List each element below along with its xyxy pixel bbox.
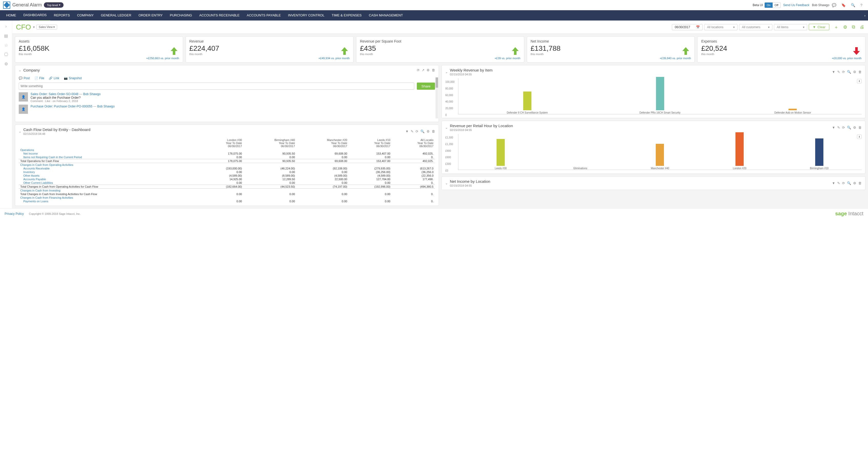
refresh-icon[interactable]: ⟳ bbox=[842, 70, 845, 74]
kpi-card[interactable]: Revenue £224,407 this month +£49,934 vs.… bbox=[186, 36, 354, 63]
export-icon[interactable]: ⬇ bbox=[857, 134, 862, 139]
bar[interactable] bbox=[656, 77, 664, 110]
tab-link[interactable]: 🔗 Link bbox=[49, 76, 59, 80]
trash-icon[interactable]: 🗑 bbox=[432, 129, 435, 133]
clear-button[interactable]: ▼Clear bbox=[809, 24, 829, 30]
nav-purchasing[interactable]: PURCHASING bbox=[166, 10, 196, 21]
popout-icon[interactable]: ↗ bbox=[422, 68, 425, 72]
funnel-icon[interactable]: ▼ bbox=[832, 126, 835, 129]
tab-post[interactable]: 💬 Post bbox=[19, 76, 30, 80]
nav-time-expenses[interactable]: TIME & EXPENSES bbox=[328, 10, 365, 21]
view-selector[interactable]: Sales View ▾ bbox=[36, 25, 57, 30]
funnel-icon[interactable]: ▼ bbox=[832, 181, 835, 185]
feed-author[interactable]: Bob Shawgo bbox=[97, 104, 115, 108]
collapse-icon[interactable]: ⌄ bbox=[19, 130, 21, 133]
collapse-icon[interactable]: ⌄ bbox=[445, 126, 448, 129]
edit-icon[interactable]: ✎ bbox=[837, 181, 840, 185]
card-timestamp: 02/15/2018 04:55 bbox=[450, 73, 492, 76]
customer-filter[interactable]: All customers▾ bbox=[739, 24, 772, 30]
gear-icon[interactable]: ⚙ bbox=[427, 129, 430, 133]
duplicate-icon[interactable]: ⧉ bbox=[852, 24, 855, 30]
refresh-icon[interactable]: ⟳ bbox=[415, 129, 418, 133]
search-icon[interactable]: 🔍 bbox=[847, 181, 851, 185]
tab-snapshot[interactable]: 📷 Snapshot bbox=[64, 76, 82, 80]
search-icon[interactable]: 🔍 bbox=[851, 3, 855, 7]
gear-icon[interactable]: ⚙ bbox=[853, 181, 856, 185]
bar[interactable] bbox=[788, 109, 797, 110]
edit-icon[interactable]: ✎ bbox=[837, 126, 840, 129]
nav-more-icon[interactable]: › bbox=[864, 13, 865, 18]
gear-icon[interactable]: ⚙ bbox=[853, 70, 856, 74]
edit-icon[interactable]: ✎ bbox=[837, 70, 840, 74]
privacy-link[interactable]: Privacy Policy bbox=[5, 212, 24, 216]
nav-inventory-control[interactable]: INVENTORY CONTROL bbox=[284, 10, 328, 21]
trash-icon[interactable]: 🗑 bbox=[432, 68, 435, 72]
feed-title[interactable]: Sales Order: Sales Order-SO-0048 bbox=[31, 92, 79, 96]
date-filter[interactable]: 06/30/2017📅 bbox=[672, 24, 703, 30]
kpi-card[interactable]: Expenses £20,524 this month +£8,000 vs. … bbox=[697, 36, 865, 63]
trash-icon[interactable]: 🗑 bbox=[858, 70, 862, 74]
print-icon[interactable]: 🖨 bbox=[860, 24, 864, 30]
refresh-icon[interactable]: ⟳ bbox=[842, 126, 845, 129]
chat-icon[interactable]: 💬 bbox=[832, 3, 836, 7]
nav-reports[interactable]: REPORTS bbox=[50, 10, 73, 21]
scope-badge[interactable]: Top level▾ bbox=[44, 2, 64, 8]
feedback-link[interactable]: Send Us Feedback bbox=[783, 3, 809, 7]
refresh-icon[interactable]: ⟳ bbox=[417, 68, 420, 72]
user-name[interactable]: Bob Shawgo bbox=[812, 3, 829, 7]
feed-title[interactable]: Purchase Order: Purchase Order-PO-000055 bbox=[31, 104, 92, 108]
bar[interactable] bbox=[523, 92, 531, 110]
nav-accounts-payable[interactable]: ACCOUNTS PAYABLE bbox=[243, 10, 284, 21]
tab-file[interactable]: 📄 File bbox=[34, 76, 44, 80]
kpi-card[interactable]: Net Income £131,788 this month +£39,840 … bbox=[527, 36, 695, 63]
bar[interactable] bbox=[497, 139, 505, 166]
bar[interactable] bbox=[736, 132, 744, 166]
gear-icon[interactable]: ⚙ bbox=[4, 62, 8, 66]
search-icon[interactable]: 🔍 bbox=[847, 126, 851, 129]
share-button[interactable]: Share bbox=[417, 83, 435, 90]
add-icon[interactable]: ＋ bbox=[834, 24, 839, 30]
nav-accounts-receivable[interactable]: ACCOUNTS RECEIVABLE bbox=[195, 10, 243, 21]
refresh-icon[interactable]: ⟳ bbox=[842, 181, 845, 185]
location-filter[interactable]: All locations▾ bbox=[704, 24, 738, 30]
expand-icon[interactable]: › bbox=[5, 24, 7, 29]
gear-icon[interactable]: ⚙ bbox=[853, 126, 856, 129]
collapse-icon[interactable]: ⌄ bbox=[445, 182, 448, 185]
feed-author[interactable]: Bob Shawgo bbox=[83, 92, 100, 96]
collapse-icon[interactable]: ⌄ bbox=[19, 68, 21, 72]
y-tick: £900 bbox=[445, 150, 453, 152]
kpi-card[interactable]: Revenue per Square Foot £435 this month … bbox=[356, 36, 524, 63]
bar[interactable] bbox=[815, 138, 824, 166]
trash-icon[interactable]: 🗑 bbox=[858, 126, 862, 129]
star-icon[interactable]: ☆ bbox=[4, 43, 8, 48]
nav-general-ledger[interactable]: GENERAL LEDGER bbox=[97, 10, 135, 21]
bookmark-icon[interactable]: 🔖 bbox=[841, 3, 846, 7]
help-icon[interactable]: ? bbox=[860, 3, 862, 7]
nav-home[interactable]: HOME bbox=[3, 10, 20, 21]
scrollbar[interactable] bbox=[436, 77, 438, 119]
nav-company[interactable]: COMPANY bbox=[73, 10, 97, 21]
nav-order-entry[interactable]: ORDER ENTRY bbox=[135, 10, 166, 21]
feed-input[interactable] bbox=[19, 83, 414, 90]
search-icon[interactable]: 🔍 bbox=[847, 70, 851, 74]
beta-toggle[interactable]: OnOff bbox=[765, 2, 781, 8]
nav-cash-management[interactable]: CASH MANAGEMENT bbox=[365, 10, 407, 21]
item-filter[interactable]: All items▾ bbox=[774, 24, 807, 30]
funnel-icon[interactable]: ▼ bbox=[832, 70, 835, 74]
edit-icon[interactable]: ✎ bbox=[411, 129, 413, 133]
table-row: Payments on Loans0.000.000.000.000. bbox=[19, 199, 435, 203]
feed-meta[interactable]: Comment · Like · on February 2, 2018 bbox=[31, 99, 101, 102]
monitor-icon[interactable]: 🖵 bbox=[4, 52, 8, 57]
kpi-card[interactable]: Assets £16,058K this month +£250,663 vs.… bbox=[15, 36, 183, 63]
list-icon[interactable]: ▤ bbox=[4, 33, 8, 38]
funnel-icon[interactable]: ▼ bbox=[405, 129, 409, 133]
trash-icon[interactable]: 🗑 bbox=[858, 181, 862, 185]
settings-icon[interactable]: ⚙ bbox=[843, 24, 847, 30]
gear-icon[interactable]: ⚙ bbox=[427, 68, 430, 72]
nav-dashboards[interactable]: DASHBOARDS bbox=[20, 10, 50, 21]
collapse-icon[interactable]: ⌄ bbox=[445, 70, 448, 74]
search-icon[interactable]: 🔍 bbox=[421, 129, 425, 133]
bar[interactable] bbox=[656, 144, 664, 166]
export-icon[interactable]: ⬇ bbox=[857, 79, 862, 83]
y-tick: £1,200 bbox=[445, 143, 453, 146]
